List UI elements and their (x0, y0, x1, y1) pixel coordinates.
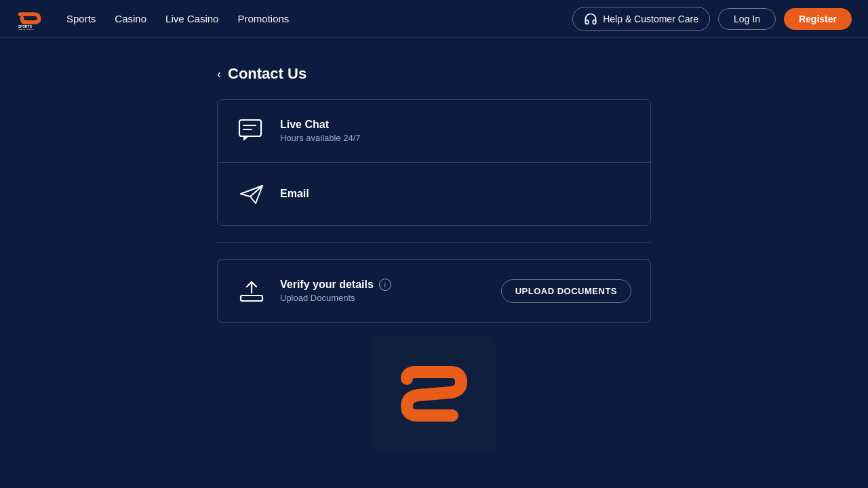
upload-documents-button[interactable]: UPLOAD DOCUMENTS (501, 279, 631, 303)
footer-logo-svg (397, 360, 471, 428)
live-chat-subtitle: Hours available 24/7 (280, 133, 361, 143)
chat-icon-svg (238, 119, 265, 143)
live-chat-title: Live Chat (280, 119, 361, 131)
contact-cards: Live Chat Hours available 24/7 Email (217, 99, 651, 226)
section-divider (217, 242, 651, 243)
header-right: Help & Customer Care Log In Register (572, 7, 852, 31)
email-icon (237, 179, 267, 209)
email-title: Email (280, 188, 309, 200)
upload-icon (237, 276, 267, 306)
main-content: ‹ Contact Us Live Chat Hours available 2… (0, 38, 868, 479)
email-icon-svg (238, 182, 265, 206)
svg-rect-6 (241, 296, 262, 301)
upload-icon-svg (239, 278, 264, 304)
nav-live-casino[interactable]: Live Casino (165, 13, 218, 25)
verify-card: Verify your details i Upload Documents U… (217, 259, 651, 323)
login-button[interactable]: Log In (718, 8, 776, 30)
live-chat-card[interactable]: Live Chat Hours available 24/7 (218, 100, 650, 162)
svg-text:SPORTS: SPORTS (18, 24, 33, 28)
headset-icon (584, 12, 597, 26)
contact-container: ‹ Contact Us Live Chat Hours available 2… (217, 65, 651, 451)
logo-icon: SPORTS INTERACTION (16, 8, 45, 30)
help-button-label: Help & Customer Care (603, 14, 698, 24)
header-left: SPORTS INTERACTION Sports Casino Live Ca… (16, 8, 289, 30)
verify-title: Verify your details (280, 279, 374, 291)
svg-text:INTERACTION: INTERACTION (18, 29, 35, 30)
page-title: Contact Us (228, 65, 307, 83)
nav-promotions[interactable]: Promotions (237, 13, 289, 25)
footer-logo (373, 336, 495, 451)
verify-left: Verify your details i Upload Documents (237, 276, 391, 306)
nav-casino[interactable]: Casino (115, 13, 146, 25)
nav-sports[interactable]: Sports (66, 13, 96, 25)
info-icon[interactable]: i (379, 279, 391, 291)
live-chat-icon (237, 116, 267, 146)
live-chat-text: Live Chat Hours available 24/7 (280, 119, 361, 143)
verify-title-row: Verify your details i (280, 279, 391, 291)
register-button[interactable]: Register (784, 8, 852, 30)
help-customer-care-button[interactable]: Help & Customer Care (572, 7, 710, 31)
nav-links: Sports Casino Live Casino Promotions (66, 13, 289, 25)
logo[interactable]: SPORTS INTERACTION (16, 8, 45, 30)
verify-text: Verify your details i Upload Documents (280, 279, 391, 303)
email-text: Email (280, 188, 309, 200)
svg-rect-3 (239, 120, 261, 136)
back-header: ‹ Contact Us (217, 65, 651, 83)
header: SPORTS INTERACTION Sports Casino Live Ca… (0, 0, 868, 38)
email-card[interactable]: Email (218, 162, 650, 225)
verify-subtitle: Upload Documents (280, 293, 391, 303)
back-button[interactable]: ‹ (217, 67, 221, 81)
